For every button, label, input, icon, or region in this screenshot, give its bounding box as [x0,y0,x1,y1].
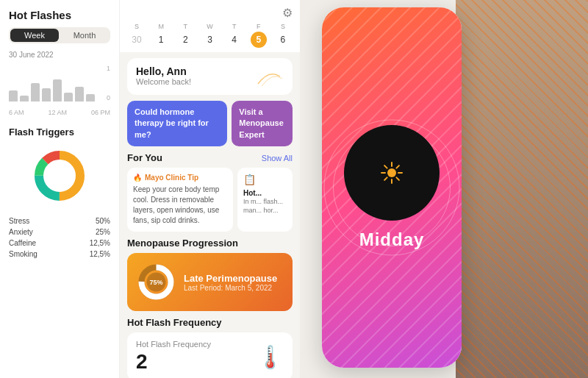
day-letter-3: W [207,23,213,30]
phone-bg: Midday [322,7,462,368]
trigger-label-anxiety: Anxiety [9,228,33,236]
welcome-sub: Welcome back! [136,77,191,86]
bg-overlay [456,0,588,378]
day-num-4[interactable]: 4 [226,32,243,48]
middle-content: Hello, Ann Welcome back! Could hormone t… [120,52,300,378]
last-period: Last Period: March 5, 2022 [184,284,277,292]
hot-card-icon: 📋 [243,174,287,185]
bar-2 [20,96,29,101]
day-letter-1: M [158,23,164,30]
day-num-5[interactable]: 5 [251,32,267,48]
menopause-card: 75% Late Perimenopause Last Period: Marc… [127,253,293,311]
action-buttons[interactable]: Could hormone therapy be right for me? V… [127,101,293,146]
trigger-caffeine: Caffeine 12,5% [9,239,110,247]
left-panel: Hot Flashes Week Month 30 June 2022 1 0 … [0,0,120,378]
middle-panel: ⚙ S 30 M 1 T 2 W 3 T 4 F [120,0,300,378]
hot-card-text: In m... flash... man... hor... [243,198,287,215]
day-num-2[interactable]: 2 [177,32,193,48]
hello-row: Hello, Ann Welcome back! [136,65,284,88]
hormone-therapy-button[interactable]: Could hormone therapy be right for me? [127,101,227,146]
day-letter-2: T [184,23,188,30]
sun-rays-svg [379,160,405,186]
day-letter-0: S [135,23,139,30]
hello-text: Hello, Ann Welcome back! [136,65,191,86]
cal-day-3: W 3 [200,23,219,48]
date-label: 30 June 2022 [9,51,110,59]
right-panel: Midday [300,0,588,378]
flash-triggers-title: Flash Triggers [9,126,110,138]
trigger-value-smoking: 12,5% [90,250,110,258]
week-month-toggle[interactable]: Week Month [9,27,110,43]
x-label-1: 6 AM [9,109,24,116]
cards-row: 🔥 Mayo Clinic Tip Keep your core body te… [127,168,293,232]
flame-icon: 🔥 [133,174,142,182]
cal-top: ⚙ [127,6,293,20]
svg-line-17 [384,177,387,180]
day-letter-4: T [232,23,237,30]
day-num-0[interactable]: 30 [129,32,145,48]
thermometer-icon: 🌡️ [257,344,284,370]
tip-card-text: Keep your core body temp cool. Dress in … [133,185,227,226]
bar-4 [42,88,51,101]
bar-7 [75,87,84,101]
day-num-1[interactable]: 1 [153,32,169,48]
cal-day-4: T 4 [225,23,244,48]
bar-x-labels: 6 AM 12 AM 06 PM [9,109,110,116]
bar-chart [9,65,98,101]
show-all-link[interactable]: Show All [262,154,293,163]
tip-card-header: 🔥 Mayo Clinic Tip [133,174,227,182]
trigger-label-smoking: Smoking [9,250,37,258]
visit-expert-button[interactable]: Visit a Menopause Expert [232,101,293,146]
hello-block: Hello, Ann Welcome back! [127,58,293,95]
day-num-3[interactable]: 3 [201,32,218,48]
freq-title: Hot Flash Frequency [136,340,211,349]
svg-line-19 [384,165,387,168]
svg-line-18 [396,177,399,180]
mayo-clinic-card: 🔥 Mayo Clinic Tip Keep your core body te… [127,168,233,232]
trigger-value-stress: 50% [96,217,110,225]
calendar-days-row[interactable]: S 30 M 1 T 2 W 3 T 4 F 5 [127,23,293,48]
calendar-header: ⚙ S 30 M 1 T 2 W 3 T 4 F [120,0,300,52]
month-button[interactable]: Month [60,29,109,42]
freq-info: Hot Flash Frequency 2 [136,340,211,374]
tip-card-title: Mayo Clinic Tip [145,174,198,182]
cal-day-2: T 2 [176,23,195,48]
y-label-0: 0 [101,94,110,101]
day-letter-6: S [281,23,285,30]
midday-logo-row: Midday [359,229,425,250]
week-button[interactable]: Week [10,29,59,42]
donut-chart [30,146,89,205]
menopause-donut: 75% [136,262,176,302]
hot-flash-freq-card: Hot Flash Frequency 2 🌡️ [127,332,293,378]
cal-day-6: S 6 [273,23,293,48]
menopause-stage: Late Perimenopause [184,273,277,284]
hot-card-title: Hot... [243,188,287,198]
freq-num: 2 [136,350,211,374]
menopause-section-title: Menopause Progression [127,238,293,249]
cal-day-0: S 30 [127,23,146,48]
bar-1 [9,90,18,101]
freq-section-title: Hot Flash Frequency [127,317,293,328]
settings-icon[interactable]: ⚙ [282,6,293,20]
menopause-info: Late Perimenopause Last Period: March 5,… [184,273,277,292]
trigger-value-anxiety: 25% [96,228,110,236]
midday-text: Midday [359,229,425,250]
triggers-list: Stress 50% Anxiety 25% Caffeine 12,5% Sm… [9,217,110,258]
phone-center: Midday [344,125,440,250]
day-letter-5: F [257,23,261,30]
black-circle [344,125,440,221]
greeting: Hello, Ann [136,65,191,77]
day-num-6[interactable]: 6 [275,32,291,48]
svg-text:75%: 75% [149,279,162,286]
bar-3 [31,83,40,101]
trigger-anxiety: Anxiety 25% [9,228,110,236]
svg-line-16 [396,165,399,168]
bar-8 [86,94,95,101]
svg-point-4 [45,161,74,190]
trigger-label-stress: Stress [9,217,29,225]
hot-card: 📋 Hot... In m... flash... man... hor... [237,168,293,232]
cal-day-5: F 5 [249,23,268,48]
trigger-label-caffeine: Caffeine [9,239,36,247]
page-title: Hot Flashes [9,9,110,21]
x-label-3: 06 PM [91,109,110,116]
